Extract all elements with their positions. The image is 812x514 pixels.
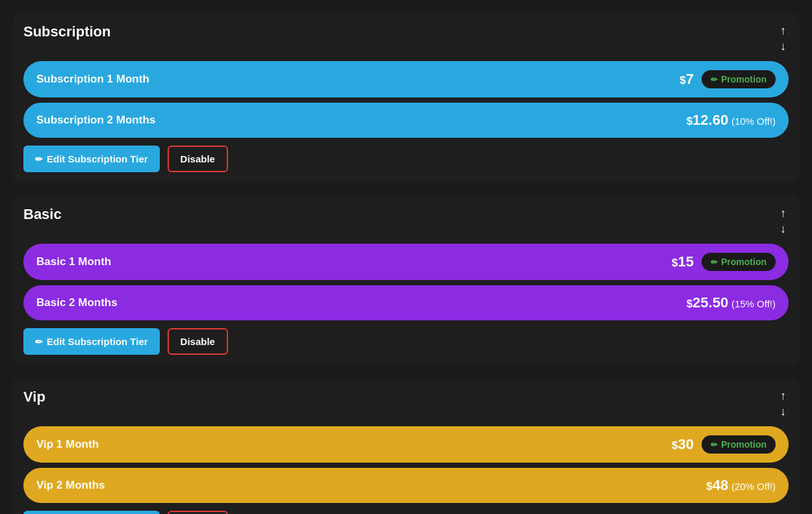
section-subscription: Subscription↑↓Subscription 1 Month$7✏Pro… <box>13 13 799 183</box>
tier-actions-basic: ✏Edit Subscription TierDisable <box>23 328 789 355</box>
edit-button-basic[interactable]: ✏Edit Subscription Tier <box>23 328 160 355</box>
row-name-subscription-1: Subscription 2 Months <box>36 114 155 127</box>
row-price-subscription-1: $12.60 (10% Off!) <box>687 112 776 129</box>
promotion-label: Promotion <box>721 74 767 84</box>
section-title-subscription: Subscription <box>23 23 110 40</box>
disable-button-vip[interactable]: Disable <box>168 511 228 514</box>
row-name-vip-0: Vip 1 Month <box>36 438 99 451</box>
row-price-basic-0: $15 <box>672 253 694 270</box>
section-title-basic: Basic <box>23 206 62 223</box>
disable-button-subscription[interactable]: Disable <box>168 146 228 172</box>
disable-button-basic[interactable]: Disable <box>168 328 228 355</box>
arrow-controls-basic: ↑↓ <box>778 206 789 236</box>
promotion-badge-subscription-0[interactable]: ✏Promotion <box>702 70 776 88</box>
tier-actions-vip: ✏Edit Subscription TierDisable <box>23 511 789 514</box>
arrow-controls-vip: ↑↓ <box>778 389 789 418</box>
tier-actions-subscription: ✏Edit Subscription TierDisable <box>23 146 789 172</box>
subscription-row-subscription-0: Subscription 1 Month$7✏Promotion <box>23 61 789 97</box>
row-name-subscription-0: Subscription 1 Month <box>36 73 149 86</box>
section-basic: Basic↑↓Basic 1 Month$15✏PromotionBasic 2… <box>13 196 799 365</box>
promotion-badge-vip-0[interactable]: ✏Promotion <box>702 435 776 454</box>
promotion-icon: ✏ <box>711 75 718 84</box>
row-price-subscription-0: $7 <box>679 71 694 88</box>
row-right-subscription-1: $12.60 (10% Off!) <box>687 112 776 129</box>
row-price-vip-0: $30 <box>672 436 694 453</box>
subscription-row-vip-1: Vip 2 Months$48 (20% Off!) <box>23 468 789 503</box>
section-title-vip: Vip <box>23 389 45 405</box>
section-header-vip: Vip↑↓ <box>23 389 789 418</box>
row-right-vip-0: $30✏Promotion <box>672 435 776 454</box>
arrow-up-subscription[interactable]: ↑ <box>778 23 789 38</box>
subscription-row-basic-0: Basic 1 Month$15✏Promotion <box>23 244 789 280</box>
row-right-basic-1: $25.50 (15% Off!) <box>687 294 776 311</box>
arrow-up-vip[interactable]: ↑ <box>778 389 789 403</box>
row-right-basic-0: $15✏Promotion <box>672 253 776 271</box>
pencil-icon: ✏ <box>35 154 43 164</box>
row-name-basic-0: Basic 1 Month <box>36 255 111 268</box>
promotion-badge-basic-0[interactable]: ✏Promotion <box>702 253 776 271</box>
subscription-row-subscription-1: Subscription 2 Months$12.60 (10% Off!) <box>23 103 789 138</box>
edit-label: Edit Subscription Tier <box>47 153 148 164</box>
page-container: Subscription↑↓Subscription 1 Month$7✏Pro… <box>0 0 812 514</box>
section-header-subscription: Subscription↑↓ <box>23 23 789 53</box>
arrow-down-basic[interactable]: ↓ <box>778 222 789 236</box>
row-price-basic-1: $25.50 (15% Off!) <box>687 294 776 311</box>
promotion-label: Promotion <box>721 439 767 450</box>
row-right-subscription-0: $7✏Promotion <box>679 70 776 88</box>
section-vip: Vip↑↓Vip 1 Month$30✏PromotionVip 2 Month… <box>13 378 799 514</box>
row-right-vip-1: $48 (20% Off!) <box>706 477 776 494</box>
edit-button-subscription[interactable]: ✏Edit Subscription Tier <box>23 146 160 172</box>
promotion-icon: ✏ <box>711 257 718 267</box>
row-name-vip-1: Vip 2 Months <box>36 479 105 492</box>
edit-button-vip[interactable]: ✏Edit Subscription Tier <box>23 511 160 514</box>
subscription-row-vip-0: Vip 1 Month$30✏Promotion <box>23 426 789 463</box>
arrow-controls-subscription: ↑↓ <box>778 23 789 53</box>
row-price-vip-1: $48 (20% Off!) <box>706 477 776 494</box>
row-name-basic-1: Basic 2 Months <box>36 296 118 309</box>
promotion-label: Promotion <box>721 257 767 267</box>
arrow-up-basic[interactable]: ↑ <box>778 206 789 220</box>
arrow-down-subscription[interactable]: ↓ <box>778 39 789 53</box>
promotion-icon: ✏ <box>711 440 718 450</box>
edit-label: Edit Subscription Tier <box>47 336 148 347</box>
arrow-down-vip[interactable]: ↓ <box>778 404 789 418</box>
section-header-basic: Basic↑↓ <box>23 206 789 236</box>
pencil-icon: ✏ <box>35 337 43 347</box>
subscription-row-basic-1: Basic 2 Months$25.50 (15% Off!) <box>23 285 789 320</box>
